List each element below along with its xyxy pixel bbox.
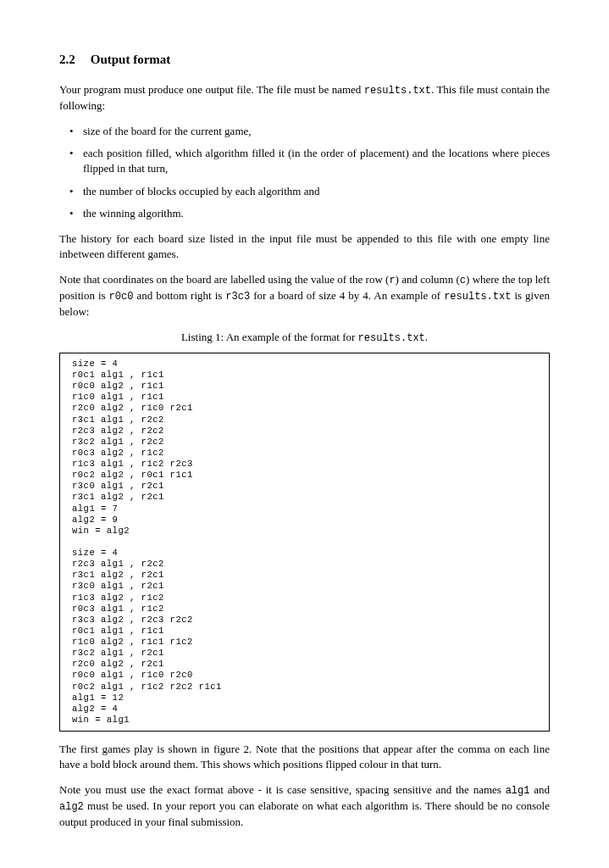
list-item: the winning algorithm. bbox=[59, 206, 550, 221]
filename-code: results.txt bbox=[364, 85, 431, 97]
para3-d: and bottom right is bbox=[133, 289, 225, 302]
para3-b: ) and column ( bbox=[396, 273, 460, 286]
intro-paragraph: Your program must produce one output fil… bbox=[59, 82, 550, 114]
requirements-list: size of the board for the current game, … bbox=[59, 124, 550, 221]
results-code: results.txt bbox=[444, 291, 511, 303]
para3-a: Note that coordinates on the board are l… bbox=[59, 273, 389, 286]
format-note-paragraph: Note you must use the exact format above… bbox=[59, 782, 550, 830]
history-paragraph: The history for each board size listed i… bbox=[59, 231, 550, 262]
list-item: the number of blocks occupied by each al… bbox=[59, 184, 550, 199]
list-item: each position filled, which algorithm fi… bbox=[59, 146, 550, 176]
caption-code: results.txt bbox=[358, 332, 425, 344]
topleft-code: r0c0 bbox=[109, 291, 134, 303]
alg2-code: alg2 bbox=[59, 801, 84, 813]
para5-b: and bbox=[529, 783, 550, 796]
figure-note-paragraph: The first games play is shown in figure … bbox=[59, 742, 550, 772]
listing-caption: Listing 1: An example of the format for … bbox=[59, 330, 550, 346]
para5-c: must be used. In your report you can ela… bbox=[59, 799, 550, 828]
list-item: size of the board for the current game, bbox=[59, 124, 550, 139]
caption-a: Listing 1: An example of the format for bbox=[181, 331, 358, 343]
coordinates-paragraph: Note that coordinates on the board are l… bbox=[59, 272, 550, 320]
para5-a: Note you must use the exact format above… bbox=[59, 783, 506, 796]
para1-a: Your program must produce one output fil… bbox=[59, 83, 364, 96]
section-heading: 2.2Output format bbox=[59, 51, 550, 69]
section-number: 2.2 bbox=[59, 53, 75, 66]
alg1-code: alg1 bbox=[506, 785, 530, 797]
listing-box: size = 4 r0c1 alg1 , r1c1 r0c0 alg2 , r1… bbox=[59, 353, 550, 732]
para3-e: for a board of size 4 by 4. An example o… bbox=[250, 289, 444, 302]
col-code: c bbox=[460, 275, 466, 287]
row-code: r bbox=[389, 275, 395, 287]
bottomright-code: r3c3 bbox=[225, 291, 250, 303]
caption-b: . bbox=[425, 331, 428, 343]
section-title: Output format bbox=[91, 53, 171, 66]
